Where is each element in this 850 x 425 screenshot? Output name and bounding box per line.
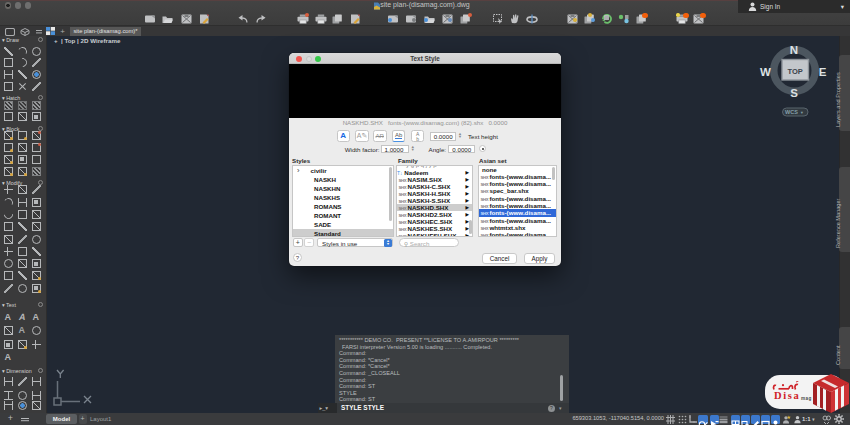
svg-text:S: S <box>790 87 798 99</box>
svg-text:N: N <box>790 44 798 56</box>
svg-text:TOP: TOP <box>788 67 803 76</box>
svg-text:W: W <box>760 66 771 78</box>
svg-text:WCS: WCS <box>785 109 798 115</box>
svg-text:E: E <box>819 66 827 78</box>
